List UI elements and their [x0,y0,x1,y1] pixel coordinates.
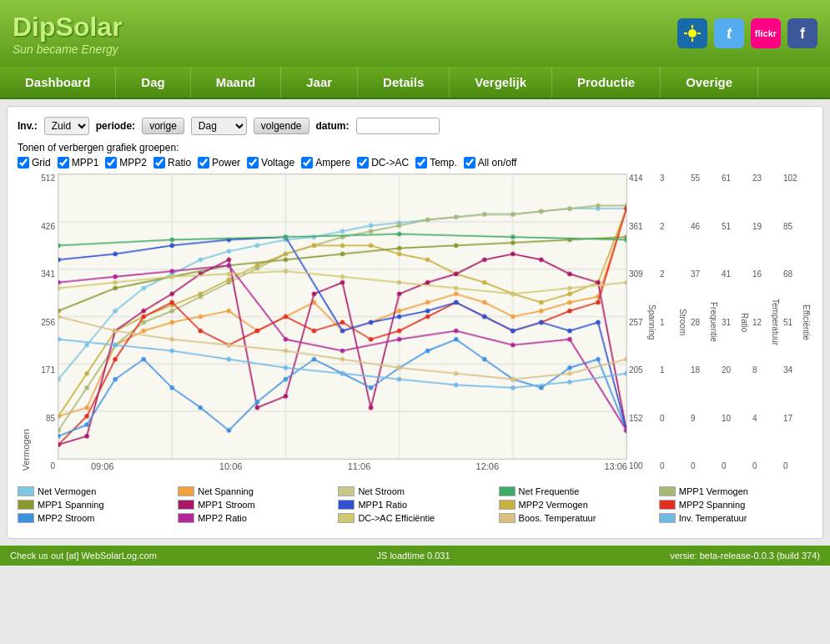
legend-item: MPP1 Vermogen [659,486,812,496]
footer-right: versie: beta-release-0.0.3 (build 374) [670,551,820,561]
volgende-button[interactable]: volgende [254,118,309,134]
legend-item: Inv. Temperatuur [659,513,812,523]
right-axis-label-temperatuur: Temperatuur [769,174,782,471]
toggle-checkbox-mpp1[interactable] [58,157,69,169]
footer: Check us out [at] WebSolarLog.com JS loa… [0,546,830,566]
toggle-checkbox-ratio[interactable] [153,157,165,169]
social-flickr-icon[interactable]: flickr [751,18,781,48]
legend-color-box [659,500,676,510]
right-axis-frequentie: 554637281890Frequentie [689,174,720,471]
social-icons: t flickr f [677,18,817,48]
toggle-ratio[interactable]: Ratio [153,157,191,169]
legend-color-box [18,513,34,523]
legend-item: MPP2 Stroom [18,513,171,523]
toggle-checkbox-ampere[interactable] [301,157,313,169]
nav-item-productie[interactable]: Productie [552,67,661,98]
chart-canvas [58,174,627,460]
header: DipSolar Sun became Energy t flickr f [0,0,830,67]
toggle-checkbox-dcac[interactable] [357,157,369,169]
nav-item-overige[interactable]: Overige [661,67,758,98]
datum-input[interactable]: 27-11-2012 [356,118,440,134]
left-axis-ticks: 512426341256171850 [34,174,58,471]
legend-item: Net Frequentie [499,486,652,496]
datum-label: datum: [316,120,350,132]
legend-color-box [499,500,516,510]
vorige-button[interactable]: vorige [142,118,184,134]
legend-item: MPP2 Spanning [659,500,812,510]
toggle-temp[interactable]: Temp. [415,157,457,169]
legend-item: Boos. Temperatuur [499,513,652,523]
nav-item-vergelijk[interactable]: Vergelijk [450,67,552,98]
logo-text: DipSolar [13,12,123,43]
toggle-grid[interactable]: Grid [18,157,51,169]
toggle-checkbox-grid[interactable] [18,157,29,169]
toggle-checkbox-mpp2[interactable] [105,157,117,169]
legend-color-box [338,486,355,496]
logo-area: DipSolar Sun became Energy [13,12,123,56]
toggle-power[interactable]: Power [198,157,240,169]
toggle-dcac[interactable]: DC->AC [357,157,409,169]
toggle-checkbox-temp[interactable] [415,157,427,169]
toggle-ampere[interactable]: Ampere [301,157,350,169]
social-solar-icon[interactable] [677,18,707,48]
legend-item: MPP1 Spanning [18,500,171,510]
toggle-label: Tonen of verbergen grafiek groepen: [18,142,812,153]
dag-select[interactable]: Dag Maand Jaar [191,117,247,135]
right-axis-label-stroom: Stroom [677,174,689,471]
controls-row: Inv.: Zuid periode: vorige Dag Maand Jaa… [18,117,812,135]
periode-label: periode: [96,120,135,132]
legend-color-box [499,486,516,496]
right-axes: 414361309257205152100Spanning3221100Stro… [627,174,812,471]
toggle-row: Tonen of verbergen grafiek groepen: Grid… [18,142,812,169]
toggle-checkbox-allonoff[interactable] [464,157,475,169]
legend-color-box [178,500,194,510]
nav-item-maand[interactable]: Maand [191,67,282,98]
footer-center: JS loadtime 0.031 [377,551,450,561]
toggle-allonoff[interactable]: All on/off [464,157,516,169]
main-content: Inv.: Zuid periode: vorige Dag Maand Jaa… [7,106,823,539]
legend-color-box [338,513,355,523]
inv-label: Inv.: [18,120,38,132]
legend-item: Net Stroom [338,486,491,496]
toggle-mpp1[interactable]: MPP1 [58,157,99,169]
toggle-group: GridMPP1MPP2RatioPowerVoltageAmpereDC->A… [18,157,812,169]
right-axis-spanning: 414361309257205152100Spanning [627,174,658,471]
legend-item: MPP2 Vermogen [499,500,652,510]
nav-item-details[interactable]: Details [358,67,450,98]
social-twitter-icon[interactable]: t [714,18,744,48]
toggle-checkbox-power[interactable] [198,157,209,169]
legend-item: Net Spanning [178,486,331,496]
legend-color-box [178,486,194,496]
legend-item: Net Vermogen [18,486,171,496]
legend-color-box [499,513,516,523]
toggle-checkbox-voltage[interactable] [247,157,259,169]
legend-color-box [178,513,194,523]
right-axis-stroom: 3221100Stroom [658,174,689,471]
legend-color-box [18,486,34,496]
right-axis-ratio: 6151413120100Ratio [720,174,751,471]
legend-item: MPP2 Ratio [178,513,331,523]
legend-item: MPP1 Ratio [338,500,491,510]
legend: Net VermogenNet SpanningNet StroomNet Fr… [18,481,812,528]
legend-color-box [18,500,34,510]
nav-item-dashboard[interactable]: Dashboard [0,67,116,98]
chart-area: Vermogen 512426341256171850 09:0610:0611… [18,174,812,471]
toggle-voltage[interactable]: Voltage [247,157,294,169]
footer-left: Check us out [at] WebSolarLog.com [10,551,157,561]
logo-subtitle: Sun became Energy [13,43,123,56]
right-axis-efficiëntie: 10285685134170Efficiëntie [782,174,812,471]
right-axis-label-spanning: Spanning [646,174,658,471]
social-facebook-icon[interactable]: f [787,18,817,48]
nav-item-jaar[interactable]: Jaar [281,67,358,98]
toggle-mpp2[interactable]: MPP2 [105,157,147,169]
right-axis-label-ratio: Ratio [738,174,751,471]
legend-item: DC->AC Efficiëntie [338,513,491,523]
right-axis-label-frequentie: Frequentie [707,174,720,471]
legend-color-box [659,513,676,523]
legend-color-box [659,486,676,496]
inv-select[interactable]: Zuid [44,117,89,135]
svg-point-0 [688,29,697,38]
legend-item: MPP1 Stroom [178,500,331,510]
right-axis-temperatuur: 23191612840Temperatuur [751,174,782,471]
nav-item-dag[interactable]: Dag [116,67,190,98]
